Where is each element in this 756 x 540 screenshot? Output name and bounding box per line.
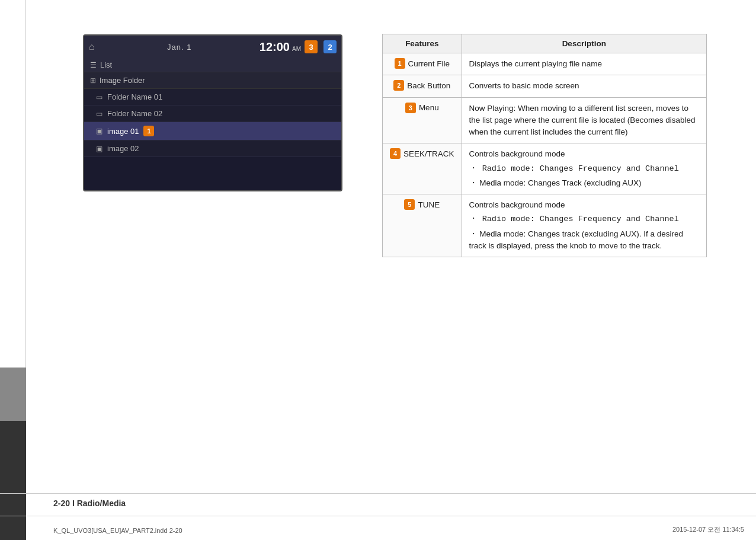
page-label: 2-20 I Radio/Media [53, 499, 126, 508]
badge-group: 3 2 [301, 40, 337, 53]
image-icon-1: ▣ [96, 127, 102, 135]
desc-part-5-0: Controls background mode [469, 199, 699, 211]
badge-2: 2 [323, 40, 337, 53]
table-row-2: 2 Back Button Converts to basic mode scr… [383, 75, 707, 97]
num-badge-2: 2 [393, 80, 404, 91]
screen-header: ⌂ Jan. 1 12:00 AM 3 2 [84, 36, 341, 58]
table-row-1: 1 Current File Displays the current play… [383, 53, 707, 75]
folder-header-label: Image Folder [100, 76, 145, 85]
footer-date: 2015-12-07 오전 11:34:5 [672, 525, 744, 534]
table-row-4: 4 SEEK/TRACK Controls background mode ・ … [383, 143, 707, 194]
desc-part-4-0: Controls background mode [469, 148, 699, 160]
col-header-features: Features [383, 34, 462, 53]
list-icon: ☰ [90, 61, 97, 69]
feature-label-1: Current File [408, 59, 450, 68]
num-badge-3: 3 [405, 103, 416, 113]
screen-list-bar: ☰ List [84, 58, 341, 72]
image-item-2: ▣ image 02 [84, 140, 341, 157]
feature-cell-4: 4 SEEK/TRACK [383, 143, 462, 194]
image-item-1: ▣ image 01 1 [84, 122, 341, 140]
desc-cell-3: Now Playing: When moving to a different … [462, 97, 706, 143]
desc-part-4-1: ・ Radio mode: Changes Frequency and Chan… [469, 163, 699, 175]
device-screen: ⌂ Jan. 1 12:00 AM 3 2 ☰ List ⊞ Image Fol… [83, 34, 342, 191]
badge-3: 3 [305, 40, 318, 53]
footer-bottom-rule [0, 516, 756, 516]
footer-filename: K_QL_UVO3[USA_EU]AV_PART2.indd 2-20 [53, 527, 182, 534]
screen-time: 12:00 [260, 40, 290, 54]
desc-part-4-2: ・ Media mode: Changes Track (excluding A… [469, 177, 699, 189]
num-badge-4: 4 [390, 148, 401, 159]
desc-cell-4: Controls background mode ・ Radio mode: C… [462, 143, 706, 194]
image-badge-1: 1 [143, 126, 154, 136]
screen-am-pm: AM [292, 46, 301, 52]
image-name-2: image 02 [107, 144, 139, 153]
screen-date: Jan. 1 [100, 43, 260, 52]
image-icon-2: ▣ [96, 145, 102, 153]
image-name-1: image 01 [107, 127, 139, 136]
desc-part-5-2: ・ Media mode: Changes track (excluding A… [469, 228, 699, 253]
desc-cell-2: Converts to basic mode screen [462, 75, 706, 97]
footer-top-rule [0, 493, 756, 494]
folder-icon-2: ▭ [96, 110, 102, 118]
screen-content: ▭ Folder Name 01 ▭ Folder Name 02 ▣ imag… [84, 89, 341, 157]
screen-folder-header: ⊞ Image Folder [84, 72, 341, 89]
feature-label-4: SEEK/TRACK [403, 149, 454, 158]
feature-cell-5: 5 TUNE [383, 194, 462, 257]
table-row-5: 5 TUNE Controls background mode ・ Radio … [383, 194, 707, 257]
home-icon: ⌂ [89, 41, 95, 52]
feature-cell-1: 1 Current File [383, 53, 462, 75]
feature-label-2: Back Button [407, 81, 450, 90]
features-table: Features Description 1 Current File Disp… [382, 34, 707, 257]
num-badge-5: 5 [404, 199, 415, 210]
folder-name-2: Folder Name 02 [107, 109, 162, 118]
folder-add-icon: ⊞ [90, 76, 96, 85]
feature-cell-2: 2 Back Button [383, 75, 462, 97]
folder-item-2: ▭ Folder Name 02 [84, 106, 341, 122]
features-table-container: Features Description 1 Current File Disp… [382, 34, 707, 257]
left-sidebar-dark [0, 368, 26, 427]
folder-icon-1: ▭ [96, 93, 102, 101]
desc-cell-1: Displays the current playing file name [462, 53, 706, 75]
desc-cell-5: Controls background mode ・ Radio mode: C… [462, 194, 706, 257]
table-row-3: 3 Menu Now Playing: When moving to a dif… [383, 97, 707, 143]
num-badge-1: 1 [395, 58, 405, 69]
time-group: 12:00 AM [260, 40, 301, 54]
desc-part-5-1: ・ Radio mode: Changes Frequency and Chan… [469, 213, 699, 225]
col-header-description: Description [462, 34, 706, 53]
list-label: List [100, 60, 112, 69]
feature-label-5: TUNE [418, 200, 440, 209]
feature-cell-3: 3 Menu [383, 97, 462, 143]
folder-name-1: Folder Name 01 [107, 92, 162, 101]
feature-label-3: Menu [419, 103, 439, 112]
folder-item-1: ▭ Folder Name 01 [84, 89, 341, 106]
left-sidebar-darkest [0, 421, 26, 540]
